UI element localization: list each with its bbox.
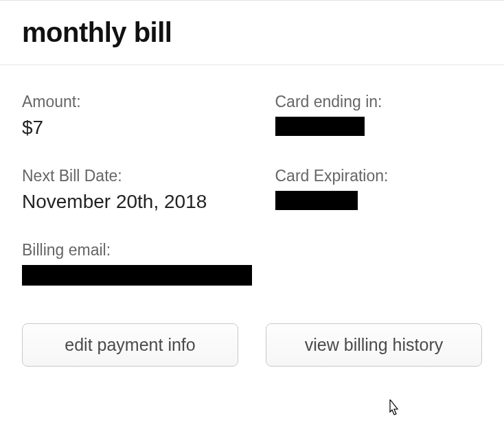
billing-row-2: Next Bill Date: November 20th, 2018 Card… xyxy=(22,167,482,215)
card-expiration-label: Card Expiration: xyxy=(275,167,483,185)
pointer-cursor-icon xyxy=(385,400,402,423)
billing-actions: edit payment info view billing history xyxy=(22,323,482,367)
page-header: monthly bill xyxy=(0,1,504,65)
amount-field: Amount: $7 xyxy=(22,93,275,141)
billing-email-label: Billing email: xyxy=(22,241,482,259)
next-bill-field: Next Bill Date: November 20th, 2018 xyxy=(22,167,275,215)
billing-row-1: Amount: $7 Card ending in: xyxy=(22,93,482,141)
amount-value: $7 xyxy=(22,117,275,139)
edit-payment-button[interactable]: edit payment info xyxy=(22,323,238,367)
redacted-card-ending xyxy=(275,117,365,136)
card-expiration-field: Card Expiration: xyxy=(275,167,483,215)
billing-email-value xyxy=(22,265,482,290)
redacted-billing-email xyxy=(22,265,252,286)
billing-content: Amount: $7 Card ending in: Next Bill Dat… xyxy=(0,65,504,380)
page-title: monthly bill xyxy=(22,17,482,48)
card-ending-field: Card ending in: xyxy=(275,93,483,141)
next-bill-value: November 20th, 2018 xyxy=(22,191,275,213)
view-billing-history-button[interactable]: view billing history xyxy=(266,323,482,367)
billing-row-3: Billing email: xyxy=(22,241,482,290)
redacted-card-expiration xyxy=(275,191,358,210)
billing-page: monthly bill Amount: $7 Card ending in: … xyxy=(0,0,504,380)
card-expiration-value xyxy=(275,191,483,215)
billing-email-field: Billing email: xyxy=(22,241,482,290)
amount-label: Amount: xyxy=(22,93,275,111)
card-ending-value xyxy=(275,117,483,141)
card-ending-label: Card ending in: xyxy=(275,93,483,111)
next-bill-label: Next Bill Date: xyxy=(22,167,275,185)
